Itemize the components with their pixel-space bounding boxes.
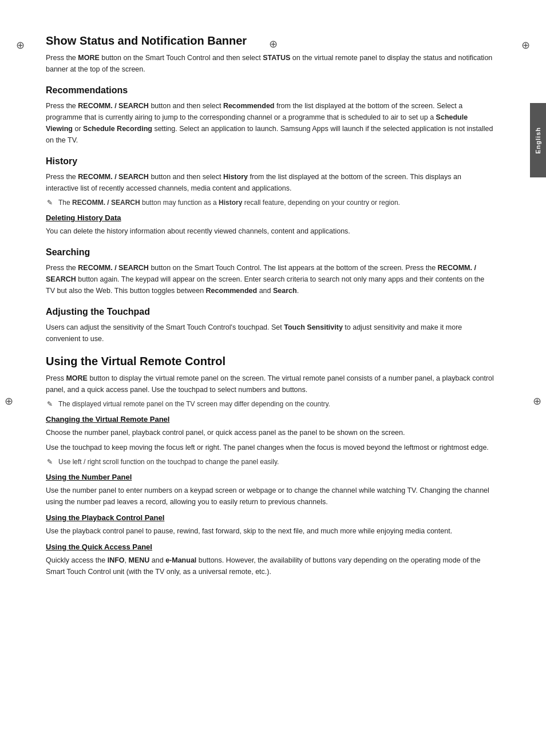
changing-virtual-remote-title: Changing the Virtual Remote Panel [46,415,494,423]
virtual-remote-title: Using the Virtual Remote Control [46,355,494,368]
recommendations-title: Recommendations [46,85,494,96]
virtual-remote-body: Press MORE button to display the virtual… [46,373,494,395]
reg-mark-mr: ⊕ [533,395,541,407]
deleting-history-body: You can delete the history information a… [46,225,494,237]
main-content: Show Status and Notification Banner Pres… [46,34,512,577]
changing-virtual-remote-body1: Choose the number panel, playback contro… [46,427,494,438]
number-panel-title: Using the Number Panel [46,473,494,481]
deleting-history-title: Deleting History Data [46,213,494,222]
reg-mark-top-center: ⊕ [269,38,278,50]
section-recommendations: Recommendations Press the RECOMM. / SEAR… [46,85,494,146]
searching-title: Searching [46,247,494,258]
language-side-tab: English [530,103,546,177]
adjusting-touchpad-title: Adjusting the Touchpad [46,307,494,317]
recommendations-body: Press the RECOMM. / SEARCH button and th… [46,100,494,146]
number-panel-body: Use the number panel to enter numbers on… [46,485,494,508]
history-body: Press the RECOMM. / SEARCH button and th… [46,171,494,194]
reg-mark-tl: ⊕ [16,39,25,52]
virtual-remote-note: The displayed virtual remote panel on th… [46,399,494,409]
quick-access-title: Using the Quick Access Panel [46,543,494,551]
history-title: History [46,156,494,167]
quick-access-body: Quickly access the INFO, MENU and e-Manu… [46,555,494,577]
side-tab-label: English [535,127,541,154]
adjusting-touchpad-body: Users can adjust the sensitivity of the … [46,322,494,345]
playback-panel-title: Using the Playback Control Panel [46,513,494,522]
section-virtual-remote: Using the Virtual Remote Control Press M… [46,355,494,577]
page: ⊕ ⊕ ⊕ ⊕ ⊕ English Show Status and Notifi… [0,34,546,756]
section-searching: Searching Press the RECOMM. / SEARCH but… [46,247,494,296]
changing-virtual-remote-body2: Use the touchpad to keep moving the focu… [46,442,494,453]
section-history: History Press the RECOMM. / SEARCH butto… [46,156,494,237]
show-status-body: Press the MORE button on the Smart Touch… [46,52,494,75]
reg-mark-tr: ⊕ [521,39,530,52]
changing-virtual-remote-note: Use left / right scroll function on the … [46,457,494,467]
searching-body: Press the RECOMM. / SEARCH button on the… [46,262,494,296]
history-note: The RECOMM. / SEARCH button may function… [46,197,494,208]
playback-panel-body: Use the playback control panel to pause,… [46,525,494,537]
reg-mark-ml: ⊕ [5,395,13,407]
section-adjusting-touchpad: Adjusting the Touchpad Users can adjust … [46,307,494,345]
